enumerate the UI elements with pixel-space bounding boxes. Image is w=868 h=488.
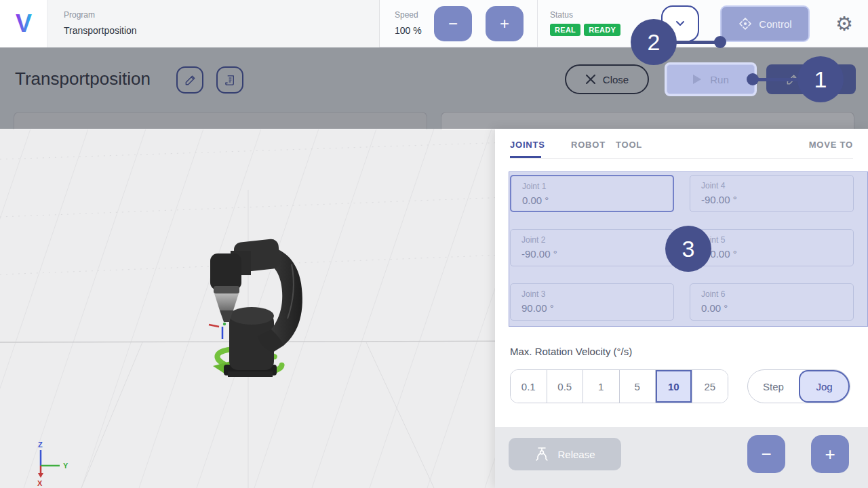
joint-3-card[interactable]: Joint 3 90.00 ° [510, 283, 674, 321]
svg-text:V: V [15, 9, 31, 37]
tcp-axes [209, 323, 226, 339]
velocity-option-10[interactable]: 10 [656, 370, 692, 403]
joint-4-card[interactable]: Joint 4 -90.00 ° [690, 175, 854, 212]
tutorial-badge-3: 3 [665, 226, 711, 272]
velocity-option-25[interactable]: 25 [692, 370, 728, 403]
jog-plus-button[interactable]: + [811, 435, 849, 473]
tutorial-badge-2: 2 [631, 19, 677, 65]
release-button-label: Release [557, 449, 595, 460]
axis-z-label: Z [38, 441, 43, 449]
joint-value: -90.00 ° [521, 248, 673, 260]
jog-control-icon [738, 16, 753, 31]
tutorial-badge-1: 1 [797, 56, 844, 102]
velocity-option-5[interactable]: 5 [620, 370, 656, 403]
status-section: Status REAL READY [537, 0, 646, 47]
jog-mode-toggle: Step Jog [747, 369, 850, 403]
speed-value: 100 % [395, 25, 434, 36]
axis-x-label: X [37, 479, 43, 487]
jogging-tabs: JOINTS ROBOT TOOL MOVE TO [510, 140, 853, 159]
gripper-icon [534, 447, 549, 462]
tab-joints[interactable]: JOINTS [510, 140, 545, 150]
status-label: Status [550, 10, 646, 20]
joint-label: Joint 1 [522, 182, 673, 191]
program-label: Program [64, 10, 379, 20]
v-logo-icon: V [9, 9, 38, 38]
velocity-option-1[interactable]: 1 [583, 370, 620, 403]
speed-label: Speed [395, 10, 434, 20]
tab-tool[interactable]: TOOL [616, 140, 642, 150]
robot-control-app: V Program Transportposition Speed 100 % … [0, 0, 868, 488]
joint-1-card[interactable]: Joint 1 0.00 ° [510, 175, 674, 212]
control-button[interactable]: Control [720, 5, 810, 42]
velocity-option-0.5[interactable]: 0.5 [547, 370, 584, 403]
axis-y-label: Y [63, 462, 68, 470]
jog-minus-button[interactable]: − [747, 435, 785, 473]
tutorial-connector-1 [753, 78, 800, 81]
release-gripper-button[interactable]: Release [509, 438, 621, 470]
tutorial-dot-1 [747, 73, 759, 85]
tab-robot[interactable]: ROBOT [571, 140, 606, 150]
velocity-option-0.1[interactable]: 0.1 [511, 370, 547, 403]
program-name: Transportposition [64, 25, 379, 36]
joint-2-card[interactable]: Joint 2 -90.00 ° [510, 229, 674, 266]
move-to-button[interactable]: MOVE TO [809, 140, 853, 150]
joint-label: Joint 2 [521, 235, 673, 245]
top-app-bar: V Program Transportposition Speed 100 % … [0, 0, 868, 47]
joint-value: 90.00 ° [521, 302, 673, 314]
joint-value: 0.00 ° [522, 195, 673, 206]
axes-gizmo: Z Y X [37, 441, 68, 487]
mode-step-button[interactable]: Step [748, 370, 799, 403]
chevron-down-icon [672, 15, 688, 31]
run-button-label: Run [710, 74, 729, 85]
speed-decrease-button[interactable]: − [434, 6, 472, 41]
speed-section: Speed 100 % [380, 0, 434, 47]
mode-jog-button[interactable]: Jog [799, 370, 850, 403]
play-icon [692, 74, 702, 85]
joint-label: Joint 5 [701, 235, 853, 245]
joint-5-card[interactable]: Joint 5 -90.00 ° [690, 229, 854, 266]
speed-increase-button[interactable]: + [486, 6, 524, 41]
brand-logo[interactable]: V [0, 0, 47, 47]
velocity-options: 0.1 0.5 1 5 10 25 [510, 369, 728, 403]
control-button-label: Control [759, 18, 791, 30]
settings-gear-icon[interactable]: ⚙ [835, 11, 853, 37]
active-tab-underline [510, 156, 541, 158]
velocity-label: Max. Rotation Velocity (°/s) [510, 346, 632, 357]
joint-value: 0.00 ° [701, 302, 853, 314]
tutorial-dot-2 [714, 36, 726, 48]
joint-6-card[interactable]: Joint 6 0.00 ° [690, 283, 854, 321]
jogging-panel: JOINTS ROBOT TOOL MOVE TO Joint 1 0.00 °… [495, 129, 868, 488]
status-badge-real: REAL [550, 24, 580, 36]
joint-label: Joint 3 [521, 289, 673, 299]
program-section: Program Transportposition [47, 0, 380, 47]
run-button[interactable]: Run [667, 64, 755, 94]
joint-label: Joint 6 [701, 289, 853, 299]
tutorial-connector-2 [671, 41, 720, 44]
joint-value: -90.00 ° [701, 194, 853, 205]
joint-value: -90.00 ° [701, 248, 853, 260]
status-badge-ready: READY [584, 24, 620, 36]
gripper-footer: Release − + [495, 427, 868, 488]
robot-arm [209, 239, 302, 377]
joint-label: Joint 4 [701, 181, 853, 190]
